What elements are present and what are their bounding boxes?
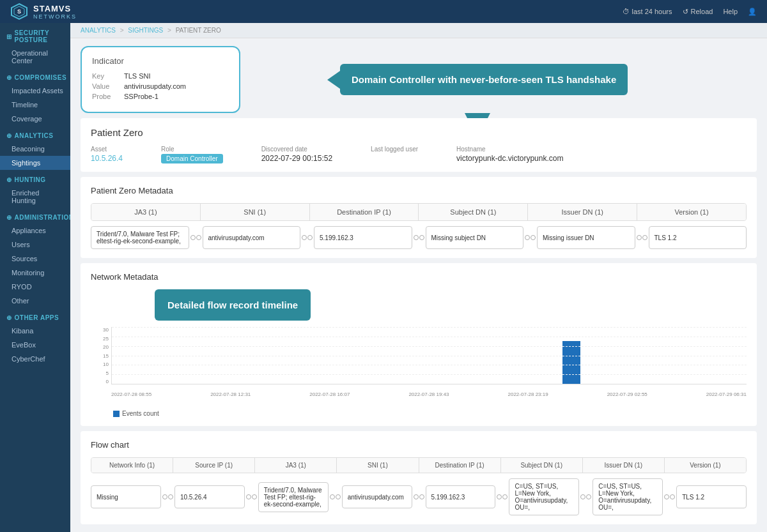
asset-info: Asset 10.5.26.4 Role Domain Controller D… xyxy=(91,146,747,163)
discovered-field: Discovered date 2022-07-29 00:15:52 xyxy=(261,146,332,163)
fc-dot8 xyxy=(419,494,424,499)
network-title: Network Metadata xyxy=(91,272,747,282)
grid-line-5 xyxy=(112,374,747,375)
sidebar-section-admin[interactable]: ⊕ ADMINISTRATION xyxy=(0,208,70,224)
sidebar-section-compromises[interactable]: ⊕ COMPROMISES xyxy=(0,68,70,84)
fc-tab-version[interactable]: Version (1) xyxy=(665,458,746,473)
reload-button[interactable]: ↺ Reload xyxy=(683,8,713,16)
fc-tab-netinfo[interactable]: Network Info (1) xyxy=(91,458,173,473)
sidebar-item-monitoring[interactable]: Monitoring xyxy=(0,266,70,280)
x-label-3: 2022-07-28 19:43 xyxy=(408,391,449,397)
fc-tab-sni[interactable]: SNI (1) xyxy=(337,458,419,473)
help-button[interactable]: Help xyxy=(723,8,738,15)
user-icon[interactable]: 👤 xyxy=(748,8,757,16)
sidebar-item-timeline[interactable]: Timeline xyxy=(0,98,70,112)
annotation-text: Detailed flow record timeline xyxy=(167,300,298,310)
breadcrumb-analytics[interactable]: ANALYTICS xyxy=(81,27,116,34)
sidebar-item-users[interactable]: Users xyxy=(0,238,70,252)
sidebar-item-enriched[interactable]: Enriched Hunting xyxy=(0,186,70,208)
security-icon: ⊞ xyxy=(6,33,12,40)
tooltip-bubble: Domain Controller with never-before-seen… xyxy=(340,64,628,95)
sidebar-item-coverage[interactable]: Coverage xyxy=(0,112,70,126)
dot3 xyxy=(302,235,307,240)
content-area: ANALYTICS > SIGHTINGS > PATIENT ZERO Ind… xyxy=(70,23,767,532)
fc-tab-subjectdn[interactable]: Subject DN (1) xyxy=(501,458,583,473)
flow-cell-version: TLS 1.2 xyxy=(649,226,747,249)
sidebar-item-sightings[interactable]: Sightings xyxy=(0,156,70,170)
sidebar-section-hunting[interactable]: ⊕ HUNTING xyxy=(0,170,70,186)
sidebar-item-impacted[interactable]: Impacted Assets xyxy=(0,84,70,98)
flow-cell-ja3: Trident/7.0, Malware Test FP; eltest-rig… xyxy=(91,226,189,249)
sidebar-item-sources[interactable]: Sources xyxy=(0,252,70,266)
fc-cell-subjectdn: C=US, ST=US, L=New York, O=antivirusupda… xyxy=(509,478,579,515)
sidebar-section-security[interactable]: ⊞ SECURITY POSTURE xyxy=(0,23,70,46)
sidebar-item-ryod[interactable]: RYOD xyxy=(0,280,70,294)
annotation-bubble: Detailed flow record timeline xyxy=(155,289,311,321)
sidebar-item-kibana[interactable]: Kibana xyxy=(0,324,70,338)
breadcrumb-sightings[interactable]: SIGHTINGS xyxy=(128,27,163,34)
metadata-tab-row: JA3 (1) SNI (1) Destination IP (1) Subje… xyxy=(91,203,747,221)
grid-line-top xyxy=(112,327,747,328)
tab-issuer-dn[interactable]: Issuer DN (1) xyxy=(528,204,637,220)
legend-dot xyxy=(113,411,120,417)
sidebar-item-evebox[interactable]: EveBox xyxy=(0,338,70,352)
y-label-0: 0 xyxy=(91,379,109,384)
fc-tab-destip[interactable]: Destination IP (1) xyxy=(419,458,501,473)
sidebar-section-analytics[interactable]: ⊕ ANALYTICS xyxy=(0,126,70,142)
x-label-4: 2022-07-28 23:19 xyxy=(508,391,548,397)
sidebar-item-cyberchef[interactable]: CyberChef xyxy=(0,352,70,366)
page-content: Indicator Key TLS SNI Value antivirusupd… xyxy=(70,38,767,532)
tooltip-arrow xyxy=(327,71,340,89)
network-section: Network Metadata Detailed flow record ti… xyxy=(81,263,757,426)
top-nav-right: ⏱ last 24 hours ↺ Reload Help 👤 xyxy=(623,8,757,16)
tab-sni[interactable]: SNI (1) xyxy=(201,204,310,220)
flow-cell-issuerdn: Missing issuer DN xyxy=(537,226,635,249)
fc-dot12 xyxy=(586,494,591,499)
reload-icon: ↺ xyxy=(683,8,688,16)
fc-value-version: TLS 1.2 xyxy=(676,485,747,508)
top-nav: S STAMVS NETWORKS ⏱ last 24 hours ↺ Relo… xyxy=(0,0,767,23)
hostname-label: Hostname xyxy=(456,146,563,153)
flow-cell-subjectdn: Missing subject DN xyxy=(426,226,524,249)
x-label-5: 2022-07-29 02:55 xyxy=(607,391,647,397)
fc-dot9 xyxy=(497,494,502,499)
sidebar-item-operational[interactable]: Operational Center xyxy=(0,46,70,68)
flow-cell-sni: antivirusupdaty.com xyxy=(203,226,301,249)
tab-ja3[interactable]: JA3 (1) xyxy=(91,204,201,220)
sidebar-item-beaconing[interactable]: Beaconing xyxy=(0,142,70,156)
fc-tab-sourceip[interactable]: Source IP (1) xyxy=(173,458,255,473)
asset-value[interactable]: 10.5.26.4 xyxy=(91,154,123,163)
fc-dot13 xyxy=(664,494,669,499)
top-section: Indicator Key TLS SNI Value antivirusupd… xyxy=(81,46,757,113)
y-axis: 0 5 10 15 20 25 30 xyxy=(91,327,109,384)
indicator-key-row: Key TLS SNI xyxy=(92,72,229,80)
time-filter[interactable]: ⏱ last 24 hours xyxy=(623,8,672,15)
hostname-value: victorypunk-dc.victorypunk.com xyxy=(456,154,563,163)
tab-subject-dn[interactable]: Subject DN (1) xyxy=(419,204,528,220)
fc-tab-issuerdn[interactable]: Issuer DN (1) xyxy=(583,458,665,473)
sidebar-section-otherapps[interactable]: ⊕ OTHER APPS xyxy=(0,308,70,324)
fc-dot10 xyxy=(502,494,507,499)
svg-text:S: S xyxy=(17,8,21,15)
chart-legend: Events count xyxy=(91,410,747,417)
sidebar-item-appliances[interactable]: Appliances xyxy=(0,224,70,238)
y-label-20: 20 xyxy=(91,344,109,350)
fc-conn-2 xyxy=(246,494,257,499)
sidebar-item-other[interactable]: Other xyxy=(0,294,70,308)
flow-value-issuerdn: Missing issuer DN xyxy=(537,226,635,249)
breadcrumb-sep1: > xyxy=(120,27,124,34)
tab-version[interactable]: Version (1) xyxy=(637,204,746,220)
breadcrumb-sep2: > xyxy=(167,27,171,34)
fc-conn-6 xyxy=(580,494,591,499)
tab-dest-ip[interactable]: Destination IP (1) xyxy=(310,204,419,220)
x-axis: 2022-07-28 08:55 2022-07-28 12:31 2022-0… xyxy=(111,391,747,397)
fc-value-destip: 5.199.162.3 xyxy=(426,485,496,508)
fc-value-ja3: Trident/7.0, Malware Test FP; eltest-rig… xyxy=(258,482,329,512)
tooltip-container: Domain Controller with never-before-seen… xyxy=(327,46,628,113)
hostname-field: Hostname victorypunk-dc.victorypunk.com xyxy=(456,146,563,163)
connector-4 xyxy=(525,235,536,240)
indicator-value-row: Value antivirusupdaty.com xyxy=(92,82,229,90)
fc-dot11 xyxy=(580,494,585,499)
fc-dot7 xyxy=(414,494,419,499)
fc-tab-ja3[interactable]: JA3 (1) xyxy=(255,458,337,473)
